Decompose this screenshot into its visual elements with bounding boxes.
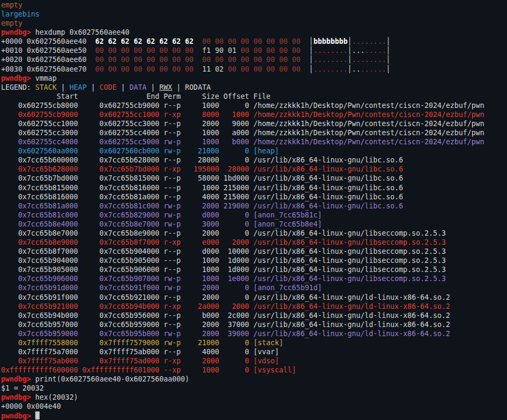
vmmap-row: 0x602755cc3000 0x602755cc4000 r--p 1000 …: [1, 128, 507, 137]
text-segment: [249, 56, 253, 64]
ascii-char: .: [369, 56, 373, 64]
vmmap-row: 0x7cc65b959000 0x7cc65b95b000 rw-p 2000 …: [1, 329, 507, 338]
output-line: +0000 0x004e40: [1, 402, 507, 411]
text-segment: 0x7cc65b921000 0x7cc65b94b000 r-xp 2a000…: [1, 302, 450, 310]
text-segment: Start End Perm Size Offset File: [1, 92, 270, 100]
text-segment: [275, 37, 279, 45]
hex-byte: 00: [185, 65, 193, 73]
hex-byte: 62: [134, 37, 142, 45]
hex-byte: 00: [172, 46, 181, 55]
hex-byte: 02: [215, 65, 223, 73]
ascii-char: .: [373, 37, 378, 45]
hex-byte: 90: [215, 46, 223, 55]
hex-byte: 62: [121, 37, 129, 45]
text-segment: 0x7cc65b957000 0x7cc65b959000 r--p 2000 …: [1, 321, 450, 329]
hex-byte: 00: [215, 37, 223, 45]
prompt-label: pwndbg>: [1, 412, 35, 420]
hex-byte: 00: [202, 56, 210, 64]
ascii-char: .: [344, 46, 348, 55]
text-segment: 0x7cc65b959000 0x7cc65b95b000 rw-p 2000 …: [1, 330, 450, 338]
hex-byte: 00: [279, 37, 288, 45]
ascii-char: .: [318, 65, 322, 73]
hex-byte: 00: [292, 37, 301, 45]
prompt-line[interactable]: pwndbg>: [1, 411, 507, 420]
hex-byte: 00: [254, 65, 262, 73]
text-segment: [262, 65, 267, 73]
text-segment: [104, 37, 108, 45]
text-segment: [116, 65, 121, 73]
text-segment: 0x7cc65b816000 0x7cc65b81a000 r--p 4000 …: [1, 193, 403, 201]
hexdump-line: +0000 0x6027560aee40 62 62 62 62 62 62 6…: [1, 37, 507, 46]
ascii-char: .: [314, 56, 318, 64]
ascii-char: .: [339, 65, 344, 73]
hex-byte: 11: [202, 65, 210, 73]
ascii-char: .: [344, 65, 348, 73]
vmmap-row: 0x7cc65b957000 0x7cc65b959000 r--p 2000 …: [1, 320, 507, 329]
text-segment: 0x602755cc3000 0x602755cc4000 r--p 1000 …: [1, 129, 485, 137]
ascii-separator: │: [348, 37, 352, 45]
hex-byte: 00: [159, 46, 168, 55]
ascii-char: .: [382, 56, 386, 64]
output-line: $1 = 20032: [1, 384, 507, 393]
hex-byte: 00: [95, 56, 104, 64]
hex-byte: 00: [240, 46, 249, 55]
text-segment: [116, 46, 121, 55]
text-segment: 0x7cc65b91d000 0x7cc65b91f000 rw-p 2000 …: [1, 284, 322, 292]
hexdump-address: +0000 0x6027560aee40: [1, 37, 95, 45]
ascii-separator: │: [386, 37, 391, 45]
vmmap-row: 0x7cc65b81c000 0x7cc65b829000 rw-p d000 …: [1, 211, 507, 220]
ascii-char: .: [378, 46, 382, 55]
ascii-char: b: [344, 37, 348, 45]
ascii-char: .: [373, 46, 378, 55]
ascii-char: b: [322, 37, 326, 45]
ascii-separator: │: [348, 65, 352, 73]
text-segment: 0x602755cc1000 0x602755cc3000 r--p 2000 …: [1, 120, 485, 128]
text-segment: [275, 65, 279, 73]
text-segment: 0x7cc65b81c000 0x7cc65b829000 rw-p d000 …: [1, 211, 322, 219]
hex-byte: 00: [254, 37, 262, 45]
terminal-output[interactable]: emptylargebinsemptypwndbg> hexdump 0x602…: [0, 0, 507, 420]
text-segment: [104, 46, 108, 55]
ascii-char: .: [352, 46, 356, 55]
prompt-label: pwndbg>: [1, 393, 35, 401]
ascii-char: .: [378, 37, 382, 45]
ascii-char: .: [318, 56, 322, 64]
command-line: pwndbg> hexdump 0x6027560aee40: [1, 28, 507, 37]
vmmap-row: 0xffffffffff600000 0xffffffffff601000 --…: [1, 365, 507, 375]
hex-byte: 00: [254, 56, 262, 64]
prompt-label: pwndbg>: [1, 74, 35, 82]
text-segment: empty: [1, 19, 22, 27]
command-text: hex(20032): [35, 393, 78, 401]
ascii-char: .: [361, 46, 365, 55]
vmmap-row: 0x7cc65b81a000 0x7cc65b81c000 rw-p 2000 …: [1, 201, 507, 211]
text-segment: DATA: [129, 83, 146, 91]
hex-byte: 00: [95, 46, 104, 55]
ascii-char: .: [365, 46, 369, 55]
ascii-char: .: [326, 56, 331, 64]
prompt-label: pwndbg>: [1, 375, 35, 383]
hex-byte: 00: [279, 65, 288, 73]
command-text: print(0x6027560aee40-0x6027560aa000): [35, 375, 189, 383]
text-segment: [262, 56, 267, 64]
hex-byte: 00: [185, 56, 193, 64]
text-segment: 0x7ffff75ab000 0x7ffff75ad000 r-xp 2000 …: [1, 357, 279, 365]
hex-byte: 00: [228, 65, 236, 73]
text-segment: [116, 56, 121, 64]
hex-byte: 00: [254, 46, 262, 55]
ascii-char: .: [314, 65, 318, 73]
text-segment: RODATA: [185, 83, 210, 91]
hex-byte: f1: [202, 46, 210, 55]
ascii-char: .: [322, 46, 326, 55]
text-segment: [249, 46, 253, 55]
vmmap-row: 0x7cc65b94b000 0x7cc65b956000 r--p b000 …: [1, 311, 507, 320]
vmmap-row: 0x7cc65b8e7000 0x7cc65b8e9000 r--p 2000 …: [1, 229, 507, 238]
hexdump-line: +0010 0x6027560aee50 00 00 00 00 00 00 0…: [1, 46, 507, 55]
ascii-char: .: [335, 56, 339, 64]
hex-byte: 00: [267, 65, 275, 73]
hexdump-address: +0030 0x6027560aee70: [1, 65, 95, 73]
hex-byte: 62: [95, 37, 104, 45]
vmmap-row: 0x7cc65b7bd000 0x7cc65b815000 r--p 58000…: [1, 174, 507, 183]
ascii-char: .: [335, 46, 339, 55]
text-segment: |: [172, 83, 185, 91]
hex-byte: 00: [240, 65, 249, 73]
